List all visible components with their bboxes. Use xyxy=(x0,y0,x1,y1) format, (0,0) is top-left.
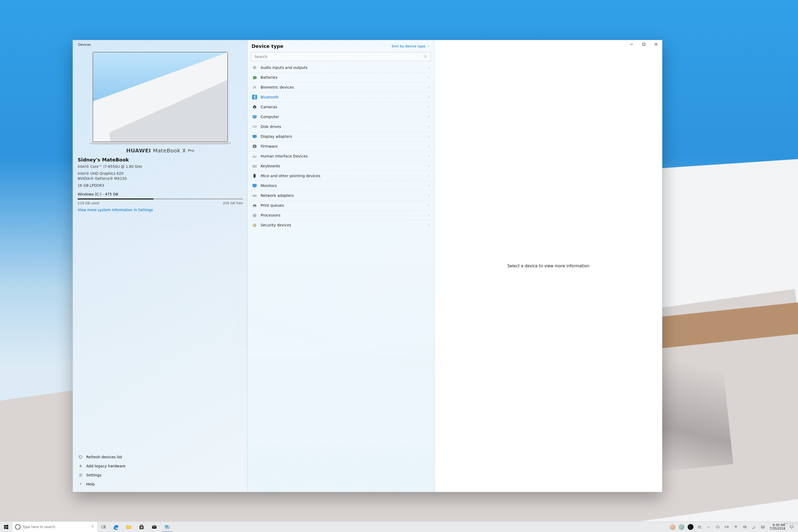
svg-point-25 xyxy=(736,528,736,528)
wifi-icon xyxy=(734,525,738,529)
clock-date: 7/30/2018 xyxy=(770,527,785,530)
chevron-right-icon xyxy=(427,194,431,197)
category-label: Print queues xyxy=(261,203,424,208)
category-label: Network adapters xyxy=(261,193,424,198)
category-label: Display adapters xyxy=(261,134,424,138)
category-row-processors[interactable]: Processors xyxy=(247,210,434,220)
ram-spec: 16 GB LPDDR3 xyxy=(78,183,243,188)
category-row-audio[interactable]: Audio inputs and outputs xyxy=(247,63,434,72)
category-row-bluetooth[interactable]: Bluetooth xyxy=(247,92,434,102)
microphone-icon[interactable] xyxy=(91,525,94,529)
folder-icon xyxy=(126,524,132,530)
category-row-cameras[interactable]: Cameras xyxy=(247,102,434,112)
people-avatar-3[interactable] xyxy=(686,521,695,532)
task-view-icon xyxy=(101,525,106,529)
category-row-monitors[interactable]: Monitors xyxy=(247,180,434,190)
category-label: Human Interface Devices xyxy=(261,154,424,158)
battery-tray-icon[interactable] xyxy=(722,521,731,532)
people-avatar-2[interactable] xyxy=(677,521,686,532)
category-row-print[interactable]: Print queues xyxy=(247,200,434,210)
search-icon xyxy=(423,55,428,59)
tray-overflow-button[interactable] xyxy=(704,521,713,532)
more-system-info-link[interactable]: View more system information in Settings xyxy=(78,208,243,212)
category-row-mice[interactable]: Mice and other pointing devices xyxy=(247,171,434,180)
category-row-biometric[interactable]: Biometric devices xyxy=(247,82,434,92)
category-row-batteries[interactable]: Batteries xyxy=(247,72,434,82)
people-button[interactable] xyxy=(695,521,704,532)
disk-icon xyxy=(252,124,258,129)
processors-icon xyxy=(252,213,258,217)
people-avatar-1[interactable] xyxy=(668,521,677,532)
svg-point-1 xyxy=(424,55,426,57)
taskbar-app-edge[interactable] xyxy=(110,521,122,532)
taskbar-search[interactable]: Type here to search xyxy=(12,521,97,532)
close-button[interactable] xyxy=(650,40,662,48)
category-label: Batteries xyxy=(261,75,424,79)
chevron-right-icon xyxy=(427,135,431,138)
category-row-firmware[interactable]: Firmware xyxy=(247,141,434,151)
category-label: Mice and other pointing devices xyxy=(261,174,424,178)
category-label: Disk drives xyxy=(261,125,424,129)
biometric-icon xyxy=(252,85,258,90)
add-legacy-hardware-button[interactable]: Add legacy hardware xyxy=(78,461,243,471)
taskbar-app-devices[interactable] xyxy=(161,521,173,532)
chevron-right-icon xyxy=(427,66,431,70)
taskbar-app-mail[interactable] xyxy=(148,521,161,532)
category-row-disk[interactable]: Disk drives xyxy=(247,121,434,131)
taskbar: Type here to search xyxy=(0,521,798,532)
category-row-computer[interactable]: Computer xyxy=(247,112,434,121)
refresh-devices-button[interactable]: Refresh devices list xyxy=(78,453,243,461)
svg-rect-12 xyxy=(140,526,144,529)
search-input[interactable] xyxy=(254,54,423,59)
detail-pane: Select a device to view more information xyxy=(435,40,662,492)
help-button[interactable]: Help xyxy=(78,480,243,489)
svg-rect-11 xyxy=(104,527,106,528)
monitors-icon xyxy=(252,183,258,188)
task-view-button[interactable] xyxy=(97,521,110,532)
gpu1-spec: Intel® UHD Graphics 620 xyxy=(78,171,243,176)
add-legacy-label: Add legacy hardware xyxy=(86,464,126,468)
refresh-label: Refresh devices list xyxy=(86,455,122,459)
category-row-display[interactable]: Display adapters xyxy=(247,131,434,141)
category-label: Cameras xyxy=(261,105,424,109)
plus-icon xyxy=(78,464,83,469)
settings-button[interactable]: Settings xyxy=(78,471,243,480)
sort-dropdown[interactable]: Sort by device type xyxy=(392,44,430,48)
category-label: Monitors xyxy=(261,184,424,188)
speaker-icon xyxy=(743,525,747,529)
firmware-icon xyxy=(252,144,258,149)
pen-icon xyxy=(752,525,756,529)
category-row-keyboards[interactable]: Keyboards xyxy=(247,161,434,171)
search-field[interactable] xyxy=(251,52,431,61)
settings-label: Settings xyxy=(86,473,101,477)
taskbar-app-file-explorer[interactable] xyxy=(122,521,135,532)
volume-tray-icon[interactable] xyxy=(740,521,749,532)
category-row-hid[interactable]: Human Interface Devices xyxy=(247,151,434,161)
category-row-security[interactable]: Security devices xyxy=(247,220,434,230)
start-button[interactable] xyxy=(0,521,12,532)
mail-icon xyxy=(151,524,157,530)
input-indicator-tray-icon[interactable] xyxy=(758,521,767,532)
minimize-button[interactable] xyxy=(625,40,638,48)
devices-window: Devices HUAWEI MateBook X Pro Sidney's M… xyxy=(73,40,662,492)
gear-icon xyxy=(78,473,83,477)
onedrive-tray-icon[interactable] xyxy=(713,521,722,532)
svg-rect-13 xyxy=(140,527,141,528)
chevron-right-icon xyxy=(427,213,431,217)
svg-rect-6 xyxy=(4,527,6,529)
svg-point-22 xyxy=(700,526,701,527)
ink-workspace-tray-icon[interactable] xyxy=(749,521,758,532)
cameras-icon xyxy=(252,104,258,109)
svg-rect-14 xyxy=(141,527,142,528)
drive-usage-bar xyxy=(78,198,243,200)
svg-point-21 xyxy=(698,526,699,527)
wifi-tray-icon[interactable] xyxy=(731,521,740,532)
taskbar-search-hint: Type here to search xyxy=(23,525,89,529)
taskbar-app-store[interactable] xyxy=(135,521,148,532)
device-type-heading: Device type xyxy=(252,43,284,49)
maximize-button[interactable] xyxy=(638,40,650,48)
svg-rect-26 xyxy=(761,526,764,528)
drive-free: 256 GB free xyxy=(223,201,243,205)
cpu-spec: Intel® Core™ i7-8550U @ 1.80 GHz xyxy=(78,164,243,169)
category-row-network[interactable]: Network adapters xyxy=(247,190,434,200)
